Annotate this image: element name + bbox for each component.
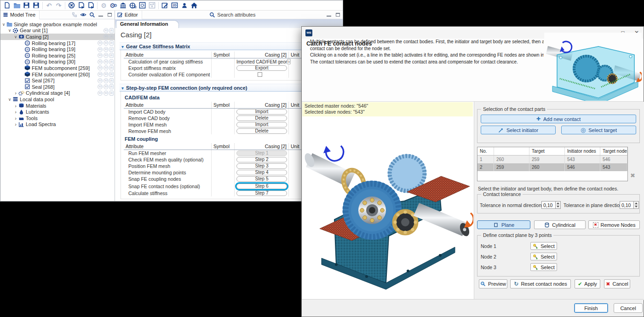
- step-4-button[interactable]: Step 4: [236, 170, 287, 175]
- report-badge[interactable]: R: [109, 59, 114, 64]
- open-model-icon[interactable]: [12, 1, 22, 10]
- expander-icon[interactable]: [13, 115, 18, 121]
- expander-icon[interactable]: [13, 109, 18, 115]
- import-cad-button[interactable]: Import: [236, 109, 287, 115]
- search-tree-icon[interactable]: [89, 12, 95, 18]
- tree-item[interactable]: Lubricants: [0, 109, 115, 115]
- 3d-view-badge[interactable]: 3D: [104, 84, 109, 89]
- maximize-panel-icon[interactable]: [334, 12, 341, 18]
- 3d-view-badge[interactable]: 3D: [104, 78, 109, 83]
- tolerance-plane-input[interactable]: [620, 201, 633, 209]
- report-badge[interactable]: R: [109, 78, 114, 83]
- spin-down-icon[interactable]: [634, 205, 638, 209]
- report-badge[interactable]: R: [109, 84, 114, 89]
- tree-item[interactable]: FEM subcomponent [260] 3D3DR: [0, 71, 115, 78]
- web-database-icon[interactable]: [128, 1, 138, 10]
- 3d-view-badge[interactable]: 3D: [98, 40, 103, 46]
- node1-select-button[interactable]: Select: [530, 242, 557, 250]
- node3-select-button[interactable]: Select: [530, 263, 557, 271]
- 3d-view-badge[interactable]: 3D: [98, 78, 103, 83]
- tree-item[interactable]: Single stage gearbox example model: [0, 21, 115, 28]
- add-new-contact-button[interactable]: Add new contact: [481, 115, 636, 123]
- contact-row[interactable]: 1 260 259 543 546: [477, 156, 627, 163]
- 3d-view-badge[interactable]: 3D: [104, 47, 109, 52]
- finish-button[interactable]: Finish: [574, 303, 608, 313]
- step-3-button[interactable]: Step 3: [236, 163, 287, 169]
- cylindrical-button[interactable]: Cylindrical: [534, 220, 586, 229]
- support-assistant-icon[interactable]: [179, 1, 189, 10]
- edit-report-icon[interactable]: [160, 1, 170, 10]
- expander-icon[interactable]: [13, 121, 18, 127]
- plane-button[interactable]: Plane: [477, 220, 530, 229]
- 3d-view-badge[interactable]: 3D: [98, 53, 103, 58]
- show-3d-eye-icon[interactable]: [80, 12, 86, 18]
- company-database-icon[interactable]: [118, 1, 128, 10]
- 3d-view-badge[interactable]: 3D: [98, 72, 103, 77]
- 3d-view-badge[interactable]: 3D: [104, 59, 109, 64]
- fem-viewer-icon[interactable]: [138, 1, 147, 10]
- report-badge[interactable]: R: [109, 34, 114, 39]
- step-1-button[interactable]: Step 1: [236, 150, 287, 156]
- select-initiator-button[interactable]: Select initiator: [481, 126, 556, 134]
- maximize-panel-icon[interactable]: [106, 12, 113, 18]
- expander-icon[interactable]: [1, 22, 6, 27]
- tree-item[interactable]: Rolling bearing [25] 3D3DR: [0, 52, 115, 59]
- tree-item[interactable]: Tools: [0, 115, 115, 121]
- step-6-button-highlighted[interactable]: Step 6: [236, 184, 287, 189]
- node2-select-button[interactable]: Select: [530, 253, 557, 260]
- spin-up-icon[interactable]: [634, 202, 638, 205]
- step-7-button[interactable]: Step 7: [236, 190, 287, 196]
- 3d-view-badge[interactable]: 3D: [104, 65, 109, 70]
- 3d-view-badge[interactable]: 3D: [98, 65, 103, 70]
- 2d-view-icon[interactable]: [170, 1, 179, 10]
- report-badge[interactable]: R: [109, 47, 114, 52]
- report-badge[interactable]: R: [109, 53, 114, 58]
- report-badge[interactable]: R: [109, 65, 114, 70]
- remove-fem-button[interactable]: Delete: [236, 128, 287, 134]
- report-badge[interactable]: R: [109, 40, 114, 46]
- model-tree-tab[interactable]: Model Tree: [0, 11, 40, 19]
- cancel-action-button[interactable]: Cancel: [604, 279, 630, 288]
- editor-tab[interactable]: Editor: [115, 11, 142, 19]
- tree-item[interactable]: Local data pool: [0, 96, 115, 103]
- redo-icon[interactable]: [54, 1, 63, 10]
- run-script-icon[interactable]: [76, 1, 86, 10]
- report-badge[interactable]: R: [109, 72, 114, 77]
- 3d-view-badge[interactable]: 3D: [98, 84, 103, 89]
- 3d-view-badge[interactable]: 3D: [104, 91, 109, 96]
- tree-item[interactable]: Cylindrical stage [4] 3D3DR: [0, 90, 115, 97]
- tolerance-plane-spinner[interactable]: [620, 201, 639, 209]
- expander-icon[interactable]: [7, 28, 12, 33]
- step-5-button[interactable]: Step 5: [236, 176, 287, 182]
- tree-item-selected[interactable]: Casing [2] 3DR: [0, 34, 115, 40]
- report-badge[interactable]: R: [109, 28, 114, 33]
- expander-icon[interactable]: [13, 90, 18, 96]
- search-attributes[interactable]: Search attributes: [209, 12, 258, 18]
- expander-icon[interactable]: [13, 103, 18, 109]
- remove-nodes-button[interactable]: Remove Nodes: [588, 220, 640, 229]
- minimize-panel-icon[interactable]: [98, 12, 104, 18]
- import-fem-button[interactable]: Import: [236, 122, 287, 127]
- expander-icon[interactable]: [13, 35, 18, 39]
- reset-contact-nodes-button[interactable]: Reset contact nodes: [510, 279, 571, 288]
- undo-icon[interactable]: [44, 1, 54, 10]
- tree-item[interactable]: Materials: [0, 103, 115, 109]
- delete-contact-icon[interactable]: [630, 171, 635, 179]
- run-report-icon[interactable]: [86, 1, 96, 10]
- step-2-button[interactable]: Step 2: [236, 157, 287, 162]
- spin-up-icon[interactable]: [556, 202, 560, 205]
- minimize-panel-icon[interactable]: [326, 12, 332, 18]
- 3d-view-badge[interactable]: 3D: [98, 91, 103, 96]
- save-icon[interactable]: [22, 1, 31, 10]
- tolerance-normal-input[interactable]: [541, 201, 555, 209]
- apply-button[interactable]: Apply: [575, 279, 600, 288]
- dependency-graph-icon[interactable]: [147, 1, 157, 10]
- tree-item[interactable]: Seal [267] 3D3DR: [0, 77, 115, 84]
- home-icon[interactable]: [189, 1, 199, 10]
- mesh-settings-icon[interactable]: [99, 1, 109, 10]
- spin-down-icon[interactable]: [556, 205, 560, 209]
- tree-item[interactable]: Seal [268] 3D3DR: [0, 84, 115, 90]
- 3d-view-badge[interactable]: 3D: [104, 72, 109, 77]
- new-model-icon[interactable]: [2, 1, 12, 10]
- stiffness-calculation-dropdown[interactable]: Imported CAD/FEM geor: [236, 59, 288, 64]
